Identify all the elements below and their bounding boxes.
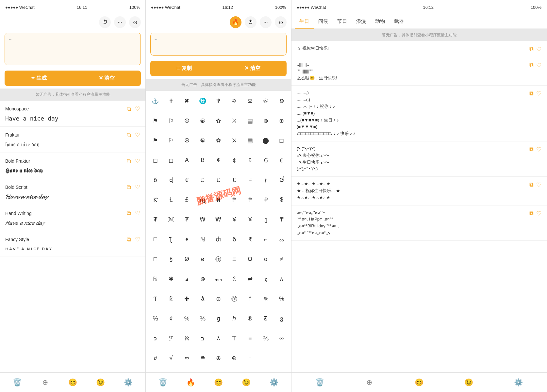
symbol-cell-62[interactable]: ₸ — [274, 212, 289, 227]
symbol-cell-95[interactable]: ⓜ — [227, 291, 242, 306]
symbol-cell-103[interactable]: ɡ — [211, 311, 226, 326]
symbol-cell-55[interactable]: ℳ — [163, 212, 178, 227]
symbol-cell-89[interactable]: ∧ — [274, 271, 289, 286]
symbol-cell-42[interactable]: F — [242, 172, 257, 188]
symbol-cell-73[interactable]: § — [163, 252, 178, 267]
font-heart-5[interactable]: ♡ — [135, 236, 140, 243]
symbol-cell-67[interactable]: Ⴛ — [211, 232, 226, 247]
font-copy-0[interactable]: ⧉ — [127, 106, 131, 112]
symbol-cell-58[interactable]: ₩ — [211, 212, 226, 227]
symbol-cell-39[interactable]: £ — [195, 172, 210, 188]
clear-button-2[interactable]: ✕ 清空 — [219, 61, 287, 76]
text-input-2[interactable]: ~ — [150, 33, 287, 56]
nav-fire-2[interactable]: 🔥 — [183, 375, 199, 390]
nav-settings-1[interactable]: ⚙️ — [121, 375, 136, 390]
symbol-cell-43[interactable]: ƒ — [258, 172, 273, 188]
symbol-cell-94[interactable]: ⊙ — [211, 291, 226, 306]
symbol-cell-71[interactable]: ₒₒ — [274, 232, 289, 247]
symbol-cell-61[interactable]: ე — [258, 212, 273, 227]
symbol-cell-79[interactable]: σ — [258, 252, 273, 267]
symbol-cell-5[interactable]: ✡ — [227, 93, 242, 108]
symbol-cell-19[interactable]: ⚐ — [163, 133, 178, 148]
symbol-cell-107[interactable]: ვ — [274, 311, 289, 326]
symbol-cell-65[interactable]: ♦ — [179, 232, 194, 247]
symbol-cell-116[interactable]: ∾ — [274, 331, 289, 346]
cat-tab-5[interactable]: 武器 — [390, 14, 408, 28]
symbol-cell-28[interactable]: ◻ — [163, 153, 178, 168]
symbol-cell-77[interactable]: Ξ — [227, 252, 242, 267]
symbol-cell-84[interactable]: ⊛ — [195, 271, 210, 286]
symbol-cell-18[interactable]: ⚑ — [148, 133, 163, 148]
symbol-cell-76[interactable]: ⓜ — [211, 252, 226, 267]
symbol-cell-70[interactable]: ⌐ — [258, 232, 273, 247]
symbol-cell-110[interactable]: ℵ — [179, 331, 194, 346]
symbol-cell-66[interactable]: ℕ — [195, 232, 210, 247]
symbol-cell-52[interactable]: ₽ — [258, 192, 273, 207]
font-copy-4[interactable]: ⧉ — [127, 210, 131, 217]
symbol-cell-112[interactable]: λ — [211, 331, 226, 346]
symbol-cell-23[interactable]: ⚔ — [227, 133, 242, 148]
font-heart-4[interactable]: ♡ — [135, 210, 140, 217]
symbol-cell-25[interactable]: ⬤ — [258, 133, 273, 148]
cat-tab-4[interactable]: 动物 — [371, 14, 390, 28]
symbol-cell-36[interactable]: ð — [148, 172, 163, 188]
symbol-cell-72[interactable]: □ — [148, 252, 163, 267]
symbol-cell-6[interactable]: ⚖ — [242, 93, 257, 108]
nav-trash-3[interactable]: 🗑️ — [312, 375, 327, 390]
symbol-cell-111[interactable]: ב — [195, 331, 210, 346]
clock-button-2[interactable]: ⏱ — [245, 16, 257, 28]
symbol-cell-47[interactable]: £ — [179, 192, 194, 207]
nav-emoji-1[interactable]: 😊 — [65, 375, 81, 390]
symbol-cell-121[interactable]: ⊕ — [211, 351, 226, 366]
symbol-cell-10[interactable]: ⚐ — [163, 113, 178, 128]
record-button-2[interactable]: ⊙ — [275, 16, 287, 28]
symbol-cell-101[interactable]: ℅ — [179, 311, 194, 326]
nav-settings-3[interactable]: ⚙️ — [511, 375, 526, 390]
nav-emoji-2[interactable]: 😊 — [211, 375, 226, 390]
symbol-cell-100[interactable]: ¢ — [163, 311, 178, 326]
clear-button-1[interactable]: ✕ 清空 — [73, 71, 141, 86]
symbol-cell-45[interactable]: Ƙ — [148, 192, 163, 207]
symbol-cell-87[interactable]: ⇌ — [242, 271, 257, 286]
symbol-cell-40[interactable]: £ — [211, 172, 226, 188]
symbol-cell-44[interactable]: Ɠ — [274, 172, 289, 188]
symbol-cell-75[interactable]: ø — [195, 252, 210, 267]
text-input-1[interactable]: ~ — [5, 33, 141, 65]
nav-trash-2[interactable]: 🗑️ — [155, 375, 171, 390]
symbol-cell-113[interactable]: ⊤ — [227, 331, 242, 346]
cat-tab-3[interactable]: 浪漫 — [352, 14, 371, 28]
symbol-cell-117[interactable]: ∂ — [148, 351, 163, 366]
fire-button[interactable]: 🔥 — [230, 16, 241, 28]
symbol-cell-38[interactable]: € — [179, 172, 194, 188]
symbol-cell-29[interactable]: A — [179, 153, 194, 168]
symbol-cell-104[interactable]: ℎ — [227, 311, 242, 326]
template-copy-0[interactable]: ⧉ — [529, 46, 534, 53]
nav-emoji-3[interactable]: 😊 — [411, 375, 427, 390]
symbol-cell-54[interactable]: ₮ — [148, 212, 163, 227]
symbol-cell-21[interactable]: ☯ — [195, 133, 210, 148]
symbol-cell-48[interactable]: ɱ — [195, 192, 210, 207]
cat-tab-1[interactable]: 问候 — [314, 14, 333, 28]
symbol-cell-3[interactable]: ⛎ — [195, 93, 210, 108]
symbol-cell-68[interactable]: ɓ — [227, 232, 242, 247]
symbol-cell-35[interactable]: ₵ — [274, 153, 289, 168]
symbol-cell-120[interactable]: ≘ — [195, 351, 210, 366]
symbol-cell-106[interactable]: Ƹ — [258, 311, 273, 326]
template-copy-2[interactable]: ⧉ — [529, 90, 534, 97]
symbol-cell-80[interactable]: ≠ — [274, 252, 289, 267]
font-heart-0[interactable]: ♡ — [135, 105, 140, 112]
symbol-cell-49[interactable]: ₦ — [211, 192, 226, 207]
nav-add-1[interactable]: ⊕ — [37, 375, 53, 390]
symbol-cell-20[interactable]: ☮ — [179, 133, 194, 148]
symbol-cell-50[interactable]: ₱ — [227, 192, 242, 207]
symbol-cell-78[interactable]: Ω — [242, 252, 257, 267]
nav-trash-1[interactable]: 🗑️ — [9, 375, 25, 390]
symbol-cell-37[interactable]: ɖ — [163, 172, 178, 188]
template-heart-1[interactable]: ♡ — [536, 62, 541, 69]
copy-button[interactable]: □ 复制 — [150, 61, 219, 76]
symbol-cell-56[interactable]: ₮ — [179, 212, 194, 227]
symbol-cell-9[interactable]: ⚑ — [148, 113, 163, 128]
symbol-cell-34[interactable]: ₲ — [258, 153, 273, 168]
symbol-cell-12[interactable]: ☯ — [195, 113, 210, 128]
symbol-cell-82[interactable]: ✱ — [163, 271, 178, 286]
